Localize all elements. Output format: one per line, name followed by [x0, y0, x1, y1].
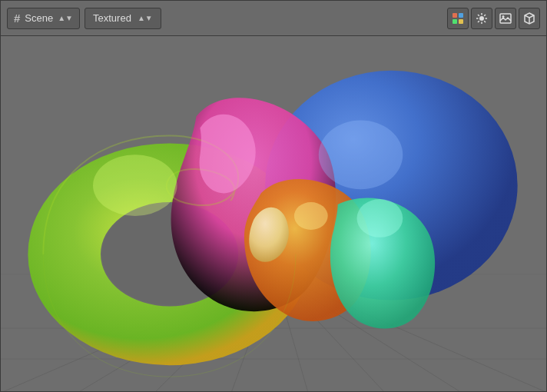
svg-point-37	[93, 154, 177, 216]
svg-rect-1	[459, 13, 463, 18]
svg-rect-0	[453, 13, 457, 18]
svg-rect-2	[453, 19, 457, 24]
scene-label: Scene	[25, 12, 53, 24]
material-icon	[452, 12, 464, 25]
svg-point-4	[479, 16, 484, 21]
image-button[interactable]	[495, 8, 516, 29]
view-mode-label: Textured	[93, 12, 131, 24]
sun-button[interactable]	[471, 8, 492, 29]
svg-point-14	[502, 15, 505, 18]
scene-dropdown-arrow: ▲▼	[58, 14, 73, 22]
3d-scene	[1, 36, 546, 391]
svg-line-10	[484, 21, 486, 22]
material-mode-button[interactable]	[447, 8, 469, 29]
toolbar: # Scene ▲▼ Textured ▲▼	[1, 1, 546, 36]
3d-viewport[interactable]	[1, 36, 546, 391]
svg-line-11	[484, 15, 486, 16]
svg-line-12	[478, 21, 479, 22]
cube-button[interactable]	[519, 8, 540, 29]
scene-selector[interactable]: # Scene ▲▼	[7, 8, 80, 29]
view-mode-dropdown-arrow: ▲▼	[138, 14, 153, 22]
svg-point-36	[294, 202, 328, 230]
svg-line-9	[478, 15, 479, 16]
blender-window: # Scene ▲▼ Textured ▲▼	[0, 0, 547, 392]
toolbar-btn-group	[447, 8, 540, 29]
svg-point-35	[357, 199, 403, 238]
svg-rect-3	[459, 19, 463, 24]
view-mode-selector[interactable]: Textured ▲▼	[85, 8, 161, 29]
image-icon	[499, 12, 512, 25]
hash-icon: #	[14, 12, 20, 25]
sun-icon	[476, 12, 488, 25]
cube-icon	[523, 12, 535, 25]
svg-point-34	[319, 121, 403, 190]
